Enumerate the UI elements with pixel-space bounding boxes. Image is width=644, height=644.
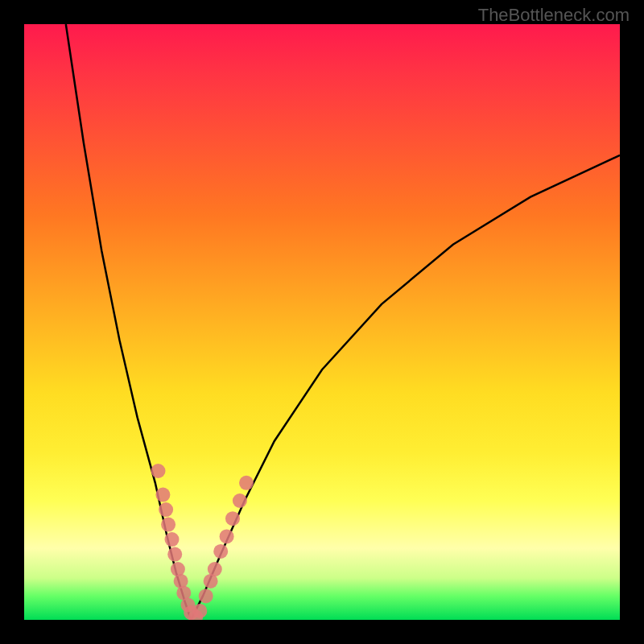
data-point-marker xyxy=(159,502,173,517)
data-point-marker xyxy=(199,588,213,603)
data-point-marker xyxy=(192,604,207,618)
left-data-markers xyxy=(151,464,204,620)
data-point-marker xyxy=(213,544,228,559)
data-point-marker xyxy=(225,511,240,526)
curve-right-branch xyxy=(191,155,620,620)
bottleneck-curve-svg xyxy=(24,24,620,620)
data-point-marker xyxy=(161,518,175,532)
chart-plot-area xyxy=(24,24,620,620)
data-point-marker xyxy=(167,547,182,562)
data-point-marker xyxy=(165,532,180,547)
data-point-marker xyxy=(151,464,166,478)
data-point-marker xyxy=(155,488,170,502)
data-point-marker xyxy=(239,476,254,490)
data-point-marker xyxy=(233,493,247,508)
watermark-text: TheBottleneck.com xyxy=(478,5,630,26)
data-point-marker xyxy=(220,529,234,543)
data-point-marker xyxy=(208,562,222,576)
right-data-markers xyxy=(192,476,254,618)
